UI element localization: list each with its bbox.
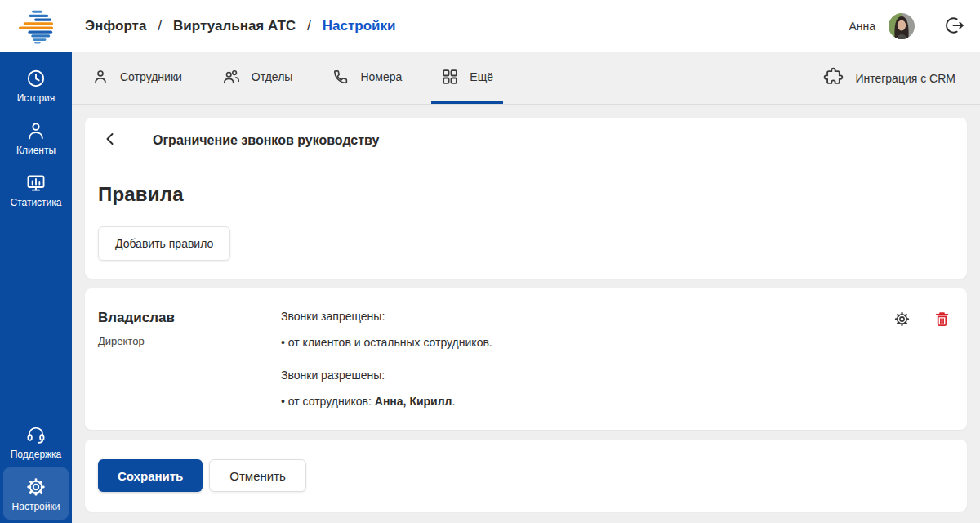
breadcrumb-separator: / — [307, 18, 311, 34]
breadcrumb-item-settings: Настройки — [323, 18, 396, 34]
app-root: История Клиенты — [0, 0, 980, 523]
top-header: Энфорта / Виртуальная АТС / Настройки Ан… — [72, 0, 980, 52]
breadcrumb: Энфорта / Виртуальная АТС / Настройки — [85, 18, 396, 34]
sidebar-item-clients[interactable]: Клиенты — [3, 111, 69, 163]
phone-icon — [332, 68, 350, 86]
rules-section-card: Ограничение звонков руководству Правила … — [85, 118, 967, 279]
support-icon — [25, 424, 47, 445]
tab-more[interactable]: Ещё — [431, 52, 503, 104]
user-avatar[interactable] — [889, 13, 915, 39]
cancel-button[interactable]: Отменить — [209, 459, 306, 492]
rule-person-name: Владислав — [98, 310, 281, 326]
sidebar-item-settings[interactable]: Настройки — [3, 467, 69, 520]
tab-label: Отделы — [252, 70, 293, 83]
user-name: Анна — [849, 20, 875, 33]
rule-settings-button[interactable] — [893, 311, 911, 328]
logout-icon — [944, 15, 965, 38]
page-header-row: Ограничение звонков руководству — [85, 118, 967, 163]
tab-label: Ещё — [470, 70, 493, 83]
trash-icon — [933, 318, 951, 330]
content-area: Ограничение звонков руководству Правила … — [72, 105, 980, 523]
breadcrumb-item-pbx[interactable]: Виртуальная АТС — [173, 18, 296, 34]
rule-description: Звонки запрещены: • от клиентов и осталь… — [281, 310, 893, 409]
settings-tabbar: Сотрудники Отделы — [72, 52, 980, 105]
enforta-logo-icon — [17, 7, 55, 45]
puzzle-icon — [823, 66, 844, 90]
tab-label: Сотрудники — [120, 70, 182, 83]
rule-card: Владислав Директор Звонки запрещены: • о… — [85, 288, 967, 430]
sidebar-item-statistics[interactable]: Статистика — [3, 163, 69, 216]
grid-icon — [441, 68, 459, 86]
actions-card: Сохранить Отменить — [85, 440, 967, 512]
sidebar-item-label: Статистика — [10, 198, 61, 208]
rule-forbidden-title: Звонки запрещены: — [281, 310, 893, 324]
sidebar-nav-top: История Клиенты — [0, 52, 72, 216]
rule-allowed-title: Звонки разрешены: — [281, 369, 893, 382]
history-icon — [25, 68, 47, 89]
rule-person-role: Директор — [98, 335, 281, 347]
rule-actions — [893, 310, 951, 409]
sidebar-item-support[interactable]: Поддержка — [3, 415, 69, 467]
tab-employees[interactable]: Сотрудники — [82, 52, 192, 104]
chevron-left-icon — [100, 129, 120, 151]
rule-allowed-prefix: • от сотрудников: — [281, 395, 375, 408]
rules-section-body: Правила Добавить правило — [85, 163, 967, 279]
back-button[interactable] — [85, 118, 136, 163]
tab-label: Номера — [360, 70, 402, 83]
rule-allowed-names: Анна, Кирилл — [375, 395, 452, 408]
header-user-area: Анна — [849, 0, 980, 52]
rule-delete-button[interactable] — [933, 311, 951, 328]
breadcrumb-separator: / — [158, 18, 162, 34]
breadcrumb-item-company[interactable]: Энфорта — [85, 18, 146, 34]
rule-person: Владислав Директор — [98, 310, 281, 409]
crm-link-label: Интеграция с CRM — [855, 72, 956, 85]
crm-integration-link[interactable]: Интеграция с CRM — [823, 52, 980, 104]
sidebar-item-label: История — [17, 93, 56, 103]
rule-allowed-item: • от сотрудников: Анна, Кирилл. — [281, 395, 893, 409]
departments-icon — [221, 68, 241, 86]
add-rule-button[interactable]: Добавить правило — [98, 226, 230, 261]
rule-allowed-suffix: . — [452, 395, 455, 408]
company-logo[interactable] — [0, 0, 72, 52]
sidebar-item-history[interactable]: История — [3, 59, 69, 111]
sidebar-item-label: Клиенты — [16, 145, 56, 155]
logout-button[interactable] — [929, 0, 980, 52]
page-title: Ограничение звонков руководству — [136, 118, 379, 163]
save-button[interactable]: Сохранить — [98, 459, 203, 492]
sidebar-nav-bottom: Поддержка — [0, 409, 72, 523]
rule-forbidden-item: • от клиентов и остальных сотрудников. — [281, 336, 893, 350]
employee-icon — [91, 68, 109, 86]
tab-departments[interactable]: Отделы — [212, 52, 303, 104]
gear-icon — [893, 318, 911, 330]
clients-icon — [25, 120, 47, 141]
statistics-icon — [25, 172, 47, 194]
tab-numbers[interactable]: Номера — [322, 52, 412, 104]
settings-icon — [25, 476, 47, 498]
sidebar-item-label: Настройки — [12, 502, 60, 512]
main-column: Энфорта / Виртуальная АТС / Настройки Ан… — [72, 0, 980, 523]
sidebar-item-label: Поддержка — [11, 449, 62, 459]
sidebar: История Клиенты — [0, 0, 72, 523]
rules-heading: Правила — [98, 183, 954, 206]
